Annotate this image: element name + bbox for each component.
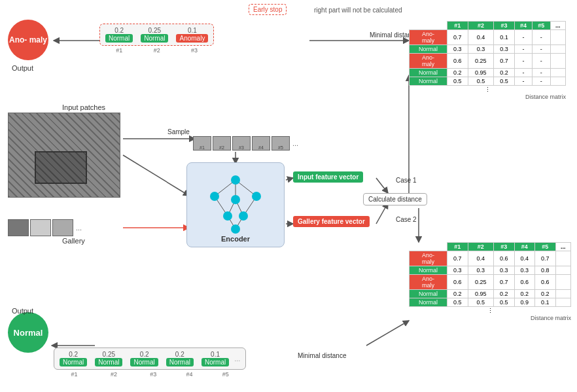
chain-item-1: 0.2 Normal: [105, 27, 133, 43]
bot-chain: 0.2 Normal 0.25 Normal 0.2 Normal 0.2 No…: [54, 347, 246, 370]
bot-chain-item-5: 0.1 Normal: [201, 351, 229, 366]
bot-chain-item-3: 0.2 Normal: [130, 351, 158, 366]
distance-matrix-bottom: #1 #2 #3 #4 #5 ... Ano-maly 0.70.40.60.4…: [409, 242, 571, 323]
anomaly-circle: Ano- maly: [8, 20, 48, 60]
output-label-bot: Output: [12, 307, 33, 315]
gallery-label: Gallery: [62, 237, 85, 245]
sample-label: Sample: [167, 128, 190, 135]
svg-line-9: [376, 203, 388, 224]
svg-point-28: [252, 192, 261, 201]
minimal-distance-bot: Minimal distance: [298, 352, 346, 359]
sample-patch-1: #1: [193, 136, 211, 151]
svg-line-8: [376, 178, 388, 193]
gallery-strip: ...: [8, 219, 82, 236]
svg-line-6: [286, 178, 293, 180]
chain-nums: #1 #2 #3: [99, 47, 214, 54]
right-not-calc-label: right part will not be calculated: [314, 7, 402, 14]
gallery-patch-2: [30, 219, 51, 236]
chain-item-3: 0.1 Anomaly: [176, 27, 208, 43]
input-feature-vector: Input feature vector: [293, 171, 363, 183]
gallery-patch-3: [52, 219, 73, 236]
top-chain: 0.2 Normal 0.25 Normal 0.1 Anomaly: [99, 24, 214, 46]
output-label-top: Output: [12, 64, 33, 72]
bot-chain-item-2: 0.25 Normal: [95, 351, 122, 366]
distance-matrix-top: #1 #2 #3 #4 #5 ... Ano-maly 0.70.40.1 --…: [409, 21, 566, 101]
distance-matrix-bot-label: Distance matrix: [409, 315, 571, 321]
svg-point-26: [210, 192, 219, 201]
chain-item-2: 0.25 Normal: [141, 27, 168, 43]
svg-point-27: [231, 195, 240, 204]
sample-patch-3: #3: [232, 136, 251, 151]
network-diagram: [188, 164, 283, 236]
calculate-distance-box: Calculate distance: [363, 193, 427, 205]
svg-line-15: [366, 321, 409, 346]
svg-point-31: [231, 224, 240, 234]
sample-patch-5: #5: [271, 136, 290, 151]
svg-line-4: [123, 155, 189, 196]
sample-strip: #1 #2 #3 #4 #5 ...: [193, 136, 298, 151]
svg-point-30: [239, 211, 248, 221]
bot-chain-item-1: 0.2 Normal: [60, 351, 87, 366]
input-patches-label: Input patches: [62, 103, 105, 111]
top-chain-container: 0.2 Normal 0.25 Normal 0.1 Anomaly #1 #2…: [99, 24, 214, 54]
bot-chain-nums: #1 #2 #3 #4 #5: [54, 371, 246, 378]
gallery-feature-vector: Gallery feature vector: [293, 216, 370, 227]
svg-point-25: [231, 175, 240, 185]
bot-chain-item-4: 0.2 Normal: [166, 351, 194, 366]
case2-label: Case 2: [396, 216, 417, 223]
normal-circle: Normal: [8, 312, 48, 353]
svg-point-29: [223, 211, 232, 221]
sample-patch-2: #2: [213, 136, 231, 151]
gallery-patch-1: [8, 219, 29, 236]
input-image: [8, 113, 120, 198]
case1-label: Case 1: [396, 177, 417, 184]
bot-chain-container: 0.2 Normal 0.25 Normal 0.2 Normal 0.2 No…: [54, 347, 246, 378]
distance-matrix-top-label: Distance matrix: [409, 94, 566, 100]
sample-patch-4: #4: [252, 136, 270, 151]
early-stop-box: Early stop: [249, 4, 287, 15]
